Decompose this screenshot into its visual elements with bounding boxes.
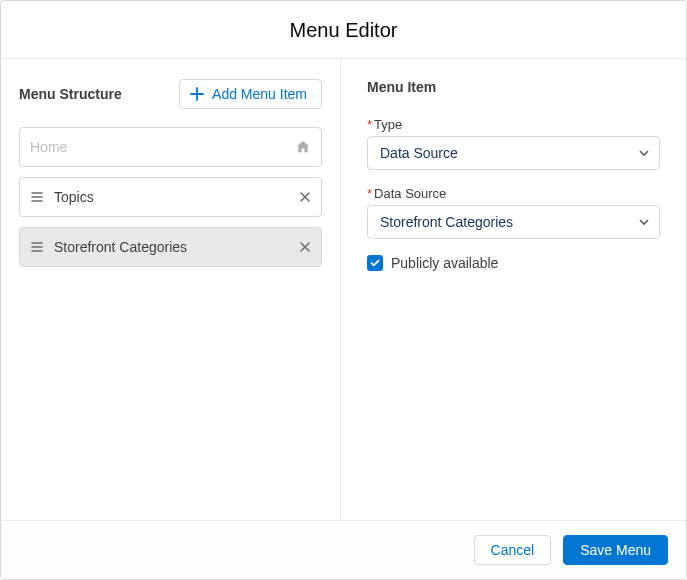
publicly-available-checkbox[interactable]: Publicly available: [367, 255, 660, 271]
menu-editor-dialog: Menu Editor Menu Structure Add Menu Item…: [0, 0, 687, 580]
checkbox-checked-icon: [367, 255, 383, 271]
data-source-label: *Data Source: [367, 186, 660, 201]
menu-item-home[interactable]: Home: [19, 127, 322, 167]
menu-item-details-panel: Menu Item *Type Data Source *Data Source…: [341, 59, 686, 520]
plus-icon: [190, 87, 204, 101]
menu-structure-panel: Menu Structure Add Menu Item Home: [1, 59, 341, 520]
menu-item-storefront-categories[interactable]: Storefront Categories: [19, 227, 322, 267]
data-source-select-value: Storefront Categories: [380, 214, 513, 230]
drag-handle-icon[interactable]: [30, 240, 44, 254]
menu-item-label: Storefront Categories: [54, 239, 289, 255]
remove-item-button[interactable]: [299, 191, 311, 203]
menu-item-heading: Menu Item: [367, 79, 660, 95]
dialog-body: Menu Structure Add Menu Item Home: [1, 59, 686, 520]
chevron-down-icon: [639, 217, 649, 227]
menu-structure-heading: Menu Structure: [19, 86, 122, 102]
data-source-field: *Data Source Storefront Categories: [367, 186, 660, 239]
add-menu-item-label: Add Menu Item: [212, 86, 307, 102]
type-label: *Type: [367, 117, 660, 132]
dialog-title: Menu Editor: [1, 19, 686, 42]
add-menu-item-button[interactable]: Add Menu Item: [179, 79, 322, 109]
dialog-footer: Cancel Save Menu: [1, 520, 686, 579]
menu-item-label: Home: [30, 139, 285, 155]
home-icon: [295, 139, 311, 155]
title-bar: Menu Editor: [1, 1, 686, 59]
publicly-available-label: Publicly available: [391, 255, 498, 271]
menu-structure-header: Menu Structure Add Menu Item: [19, 79, 322, 109]
cancel-button[interactable]: Cancel: [474, 535, 552, 565]
type-select[interactable]: Data Source: [367, 136, 660, 170]
save-menu-button[interactable]: Save Menu: [563, 535, 668, 565]
required-indicator: *: [367, 117, 372, 132]
menu-items-list: Home Topics: [19, 127, 322, 267]
type-select-value: Data Source: [380, 145, 458, 161]
data-source-select[interactable]: Storefront Categories: [367, 205, 660, 239]
required-indicator: *: [367, 186, 372, 201]
menu-item-topics[interactable]: Topics: [19, 177, 322, 217]
drag-handle-icon[interactable]: [30, 190, 44, 204]
remove-item-button[interactable]: [299, 241, 311, 253]
menu-item-label: Topics: [54, 189, 289, 205]
type-field: *Type Data Source: [367, 117, 660, 170]
chevron-down-icon: [639, 148, 649, 158]
